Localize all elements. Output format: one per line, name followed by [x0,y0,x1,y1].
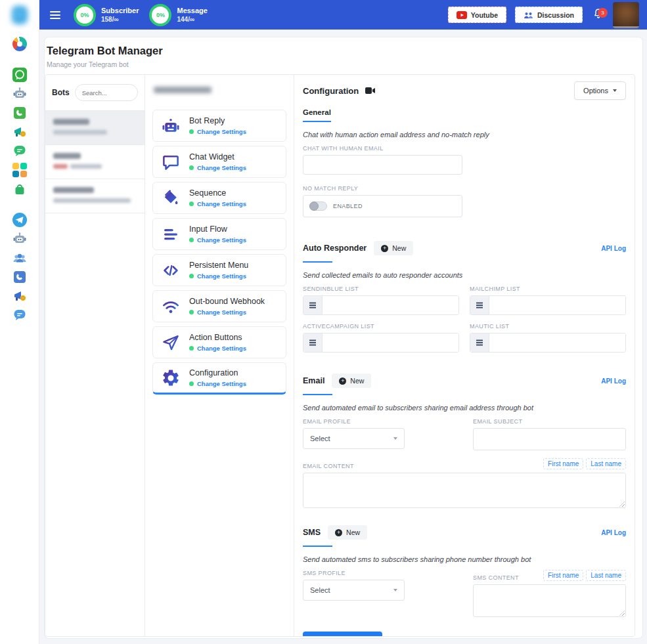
dashboard-icon [12,37,27,51]
menu-item-sequence[interactable]: Sequence Change Settings [152,182,286,214]
sidebar-item-dashboard[interactable] [12,36,28,52]
contacts-green-icon [12,106,27,120]
email-new-button[interactable]: New [332,374,371,388]
options-dropdown-button[interactable]: Options [574,81,626,100]
message-progress-ring: 0% [149,4,171,26]
tab-general[interactable]: General [303,108,331,122]
chat-with-human-email-input[interactable] [303,155,462,175]
sms-new-button[interactable]: New [328,525,367,540]
last-name-chip[interactable]: Last name [586,458,626,469]
sendinblue-list-label: SENDINBLUE LIST [303,286,459,292]
activecampaign-list-input[interactable] [323,333,458,352]
menu-item-configuration[interactable]: Configuration Change Settings [152,362,286,395]
bot-list-item[interactable] [45,111,145,145]
email-subject-input[interactable] [473,428,626,450]
change-settings-link[interactable]: Change Settings [197,236,246,244]
chat-with-human-email-label: CHAT WITH HUMAN EMAIL [303,145,626,152]
change-settings-link[interactable]: Change Settings [197,309,246,316]
sidebar-item-groups[interactable] [12,250,28,266]
message-stat: 0% Message144/∞ [149,4,207,26]
menu-toggle-icon[interactable] [50,9,60,21]
auto-responder-new-button[interactable]: New [374,241,413,255]
section-underline [303,394,332,395]
youtube-button[interactable]: Youtube [448,7,506,23]
email-api-log-link[interactable]: API Log [601,377,626,385]
app-logo[interactable] [12,9,28,30]
list-icon [303,333,323,352]
list-icon [303,296,323,314]
bot-list-item[interactable] [45,145,145,179]
sidebar-item-telegram-bot[interactable] [12,231,28,247]
first-name-chip[interactable]: First name [543,570,583,581]
list-bars-icon [161,225,181,244]
sms-api-log-link[interactable]: API Log [601,529,626,536]
configuration-title: Configuration [303,86,359,96]
change-settings-link[interactable]: Change Settings [197,128,246,135]
change-settings-link[interactable]: Change Settings [197,164,246,171]
paper-plane-icon [161,333,181,353]
no-match-toggle-label: ENABLED [333,203,363,209]
bot-username-blurred [70,164,102,169]
mautic-list-label: MAUTIC LIST [470,323,626,330]
change-settings-link[interactable]: Change Settings [197,200,246,207]
sidebar-item-livechat-green[interactable] [12,143,28,159]
menu-item-outbound-webhook[interactable]: Out-bound Webhook Change Settings [152,290,286,322]
first-name-chip[interactable]: First name [543,458,583,469]
sms-profile-select[interactable]: Select [303,580,405,601]
bots-search-input[interactable] [75,84,138,101]
notifications-button[interactable]: 3 [592,7,604,23]
sidebar-item-broadcast-green[interactable] [12,124,28,140]
robot-icon [161,116,181,136]
sidebar-item-whatsapp-bot[interactable] [12,86,28,102]
sms-content-textarea[interactable] [473,584,626,617]
change-settings-link[interactable]: Change Settings [197,345,246,352]
menu-item-persistent-menu[interactable]: Persistent Menu Change Settings [152,254,286,286]
sms-title: SMS [303,528,321,537]
save-settings-button[interactable]: Save Settings [303,632,382,636]
sidebar-item-contacts-blue[interactable] [12,269,28,285]
sidebar-item-integrations[interactable] [12,162,28,178]
menu-item-input-flow[interactable]: Input Flow Change Settings [152,218,286,250]
livechat-green-icon [12,144,27,158]
subscriber-stat: 0% Subscriber158/∞ [74,4,139,26]
avatar-image [613,2,639,28]
discussion-button[interactable]: Discussion [515,7,583,23]
sidebar-item-livechat-blue[interactable] [12,307,28,323]
sms-content-label: SMS CONTENT [473,574,519,581]
gear-icon [161,368,181,388]
menu-item-action-buttons[interactable]: Action Buttons Change Settings [152,326,286,358]
groups-icon [12,251,27,265]
email-profile-select[interactable]: Select [303,428,405,449]
activecampaign-list-label: ACTIVECAMPAIGN LIST [303,323,459,330]
menu-item-label: Configuration [189,368,246,377]
bot-list-item[interactable] [45,179,145,213]
sidebar-item-telegram[interactable] [12,212,28,228]
sidebar-item-broadcast-blue[interactable] [12,288,28,304]
video-tutorial-icon[interactable] [365,87,376,95]
change-settings-link[interactable]: Change Settings [197,380,246,387]
menu-item-chat-widget[interactable]: Chat Widget Change Settings [152,146,286,178]
email-content-textarea[interactable] [303,473,626,508]
user-avatar[interactable] [613,2,639,28]
auto-responder-api-log-link[interactable]: API Log [601,245,626,252]
sidebar-item-whatsapp[interactable] [12,67,28,83]
last-name-chip[interactable]: Last name [586,570,626,581]
menu-item-label: Persistent Menu [189,261,248,270]
plus-icon [381,245,388,252]
logo-icon [12,6,28,24]
menu-item-bot-reply[interactable]: Bot Reply Change Settings [152,110,286,142]
sendinblue-list-input[interactable] [323,296,458,314]
change-settings-link[interactable]: Change Settings [197,272,246,280]
code-icon [161,261,181,280]
menu-item-label: Out-bound Webhook [189,297,265,306]
email-subject-label: EMAIL SUBJECT [473,418,626,425]
sidebar-item-ecommerce[interactable] [12,181,28,197]
sms-profile-value: Select [310,586,330,594]
sidebar-item-contacts-green[interactable] [12,105,28,121]
general-description: Chat with human action email address and… [303,131,626,139]
selected-bot-title-blurred [154,87,212,93]
no-match-reply-toggle[interactable] [309,202,327,211]
mailchimp-list-input[interactable] [489,296,625,314]
mautic-list-field [470,333,626,353]
mautic-list-input[interactable] [489,333,625,352]
